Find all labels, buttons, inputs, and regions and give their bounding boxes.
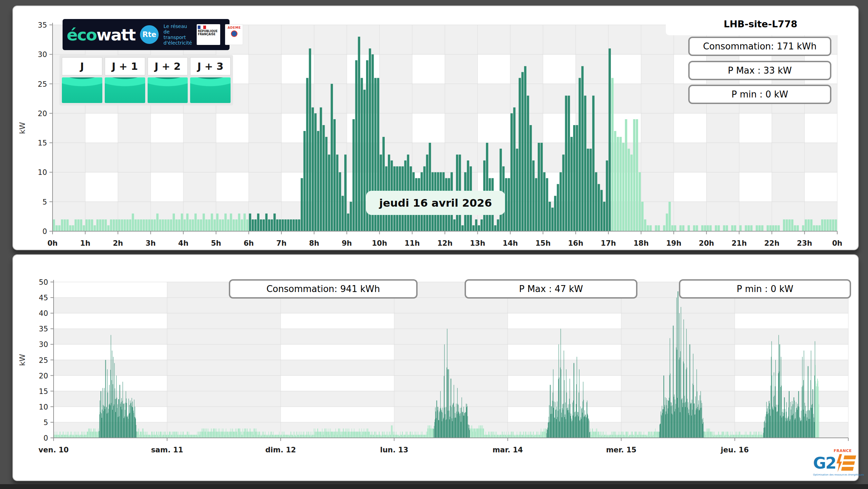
svg-text:21h: 21h xyxy=(731,239,747,247)
g2e-tagline: Optimisation des ressources énergétiques xyxy=(813,473,864,476)
svg-text:dim. 12: dim. 12 xyxy=(265,446,296,454)
svg-text:13h: 13h xyxy=(470,239,485,247)
svg-text:2h: 2h xyxy=(113,239,123,247)
svg-text:10: 10 xyxy=(38,168,47,177)
ecowatt-green-signal-icon xyxy=(105,77,145,103)
svg-text:30: 30 xyxy=(39,340,48,349)
svg-text:12h: 12h xyxy=(437,239,452,247)
weekly-pmax-box: P Max : 47 kW xyxy=(465,279,637,299)
svg-text:18h: 18h xyxy=(633,239,648,247)
ecowatt-logo-watt: watt xyxy=(96,25,135,44)
svg-text:3h: 3h xyxy=(146,239,156,247)
svg-text:mer. 15: mer. 15 xyxy=(606,446,636,454)
daily-consumption-box: Consommation: 171 kWh xyxy=(688,37,831,56)
ecowatt-logo-eco: éco xyxy=(67,25,96,44)
republique-francaise-logo: RÉPUBLIQUE FRANÇAISE xyxy=(197,24,220,45)
svg-text:4h: 4h xyxy=(178,239,189,247)
svg-text:10: 10 xyxy=(39,403,48,411)
day-button-j2[interactable]: J + 2 xyxy=(148,57,188,103)
weekly-chart-panel: 05101520253035404550ven. 10sam. 11dim. 1… xyxy=(12,254,859,481)
svg-text:0: 0 xyxy=(44,434,48,442)
svg-text:35: 35 xyxy=(39,325,48,333)
svg-text:20: 20 xyxy=(38,110,47,118)
svg-text:20h: 20h xyxy=(699,239,714,247)
daily-chart-panel: 051015202530350h1h2h3h4h5h6h7h8h9h10h11h… xyxy=(12,6,859,250)
rte-tagline: Le réseau de transport d'électricité xyxy=(164,23,192,46)
daily-pmin-box: P min : 0 kW xyxy=(688,85,831,104)
svg-text:1h: 1h xyxy=(80,239,91,247)
svg-text:0h: 0h xyxy=(832,239,842,247)
svg-text:30: 30 xyxy=(38,50,47,59)
svg-text:19h: 19h xyxy=(666,239,681,247)
svg-text:15h: 15h xyxy=(535,239,551,247)
ecowatt-logo: écowatt xyxy=(67,27,135,43)
svg-text:0: 0 xyxy=(43,227,47,236)
svg-text:25: 25 xyxy=(39,356,48,365)
ecowatt-banner: écowatt Rte Le réseau de transport d'éle… xyxy=(63,19,230,50)
day-button-j2-label: J + 2 xyxy=(148,57,188,75)
svg-text:22h: 22h xyxy=(764,239,780,247)
republique-francaise-text: RÉPUBLIQUE FRANÇAISE xyxy=(198,30,219,36)
svg-text:5: 5 xyxy=(44,419,48,427)
svg-text:15: 15 xyxy=(39,387,48,396)
svg-text:5: 5 xyxy=(43,198,47,206)
svg-text:45: 45 xyxy=(39,294,48,302)
day-button-j3[interactable]: J + 3 xyxy=(190,57,231,103)
date-tooltip: jeudi 16 avril 2026 xyxy=(366,191,505,215)
svg-text:mar. 14: mar. 14 xyxy=(493,446,523,454)
rte-logo: Rte xyxy=(140,25,159,44)
svg-text:jeu. 16: jeu. 16 xyxy=(720,446,749,454)
day-button-j3-label: J + 3 xyxy=(190,57,231,75)
svg-text:6h: 6h xyxy=(244,239,254,247)
svg-text:7h: 7h xyxy=(276,239,287,247)
ademe-globe-icon xyxy=(231,30,237,37)
svg-text:15: 15 xyxy=(38,139,47,147)
g2e-g2-text: G2 xyxy=(813,455,836,471)
svg-text:lun. 13: lun. 13 xyxy=(380,446,408,454)
svg-text:10h: 10h xyxy=(372,239,387,247)
svg-text:23h: 23h xyxy=(797,239,812,247)
ecowatt-green-signal-icon xyxy=(62,77,102,103)
svg-text:8h: 8h xyxy=(309,239,319,247)
svg-text:25: 25 xyxy=(38,80,47,88)
svg-text:sam. 11: sam. 11 xyxy=(151,446,183,454)
ecowatt-green-signal-icon xyxy=(148,77,188,103)
svg-text:17h: 17h xyxy=(601,239,616,247)
ecowatt-dashboard: { "page": {"background": "#4d4d4d"}, "co… xyxy=(0,0,868,489)
svg-text:kW: kW xyxy=(18,354,27,366)
g2e-france-logo: FRANCE G2 Optimisation des ressources én… xyxy=(811,445,852,478)
forecast-day-buttons: J J + 1 J + 2 J + 3 xyxy=(59,55,233,105)
svg-text:5h: 5h xyxy=(211,239,221,247)
day-button-j-label: J xyxy=(62,57,102,75)
weekly-consumption-box: Consommation: 941 kWh xyxy=(229,279,418,299)
ademe-logo: ADEME xyxy=(225,24,243,45)
svg-text:50: 50 xyxy=(39,278,48,286)
ecowatt-green-signal-icon xyxy=(190,77,231,103)
g2e-france-text: FRANCE xyxy=(834,449,852,453)
svg-text:35: 35 xyxy=(38,21,47,29)
weekly-pmin-box: P min : 0 kW xyxy=(679,279,851,299)
svg-text:40: 40 xyxy=(39,309,48,318)
ademe-text: ADEME xyxy=(227,26,241,29)
svg-text:20: 20 xyxy=(39,372,48,380)
svg-text:11h: 11h xyxy=(404,239,420,247)
svg-text:9h: 9h xyxy=(342,239,352,247)
svg-text:16h: 16h xyxy=(568,239,583,247)
site-title: LHB-site-L778 xyxy=(666,12,855,35)
svg-text:14h: 14h xyxy=(503,239,518,247)
france-flag-icon xyxy=(198,26,206,29)
window-bottom-edge xyxy=(0,484,868,489)
svg-text:kW: kW xyxy=(18,122,27,134)
daily-pmax-box: P Max : 33 kW xyxy=(688,61,831,80)
day-button-j1-label: J + 1 xyxy=(105,57,145,75)
svg-text:ven. 10: ven. 10 xyxy=(38,446,68,454)
g2e-e-mark xyxy=(841,455,856,471)
svg-text:0h: 0h xyxy=(47,239,58,247)
day-button-j[interactable]: J xyxy=(62,57,102,103)
day-button-j1[interactable]: J + 1 xyxy=(105,57,145,103)
